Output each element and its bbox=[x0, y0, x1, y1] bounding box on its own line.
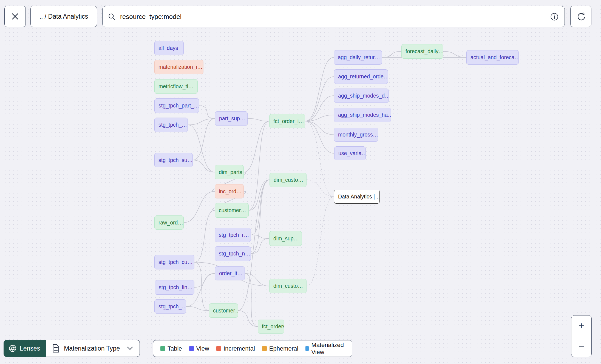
breadcrumb-label: .. / Data Analytics bbox=[39, 13, 88, 20]
edge-fct_order_i-agg_ship_modes_ha bbox=[305, 115, 334, 121]
node-dim_custo_b[interactable]: dim_custo… bbox=[269, 279, 307, 293]
close-icon bbox=[11, 12, 19, 21]
node-data_analytics[interactable]: Data Analytics | … bbox=[334, 190, 380, 204]
node-all_days[interactable]: all_days bbox=[154, 41, 184, 55]
edge-stg_tpch_su-dim_parts bbox=[193, 160, 215, 172]
lenses-button-label: Lenses bbox=[20, 345, 40, 352]
edge-part_sup-fct_order_i bbox=[248, 119, 269, 121]
edge-agg_daily_retur-forecast_daily bbox=[382, 52, 401, 58]
node-agg_daily_retur[interactable]: agg_daily_retur… bbox=[334, 50, 382, 65]
zoom-controls: + − bbox=[571, 315, 592, 357]
info-icon[interactable] bbox=[550, 13, 559, 21]
search-bar[interactable] bbox=[102, 6, 565, 27]
chevron-down-icon bbox=[127, 346, 133, 350]
node-stg_tpch_lin[interactable]: stg_tpch_lin… bbox=[155, 280, 194, 295]
node-materialization_i[interactable]: materialization_i… bbox=[154, 60, 203, 74]
refresh-button[interactable] bbox=[570, 6, 591, 27]
edge-stg_tpch_n-dim_custo_a bbox=[251, 180, 270, 254]
node-customer_b[interactable]: customer… bbox=[209, 303, 238, 318]
search-icon bbox=[108, 13, 116, 21]
edge-stg_tpch_cu-customer_b bbox=[194, 262, 209, 311]
edge-stg_tpch_b-customer_b bbox=[186, 306, 209, 311]
node-order_it[interactable]: order_it… bbox=[215, 266, 245, 280]
legend-item: Incremental bbox=[216, 345, 255, 352]
lens-selector[interactable]: Materialization Type bbox=[46, 340, 140, 357]
node-dim_sup[interactable]: dim_sup… bbox=[269, 231, 302, 246]
legend-swatch bbox=[160, 346, 165, 351]
node-stg_tpch_part[interactable]: stg_tpch_part_… bbox=[154, 98, 199, 113]
node-agg_ship_modes_d[interactable]: agg_ship_modes_d… bbox=[334, 89, 389, 103]
zoom-in-button[interactable]: + bbox=[571, 315, 591, 336]
node-inc_ord[interactable]: inc_ord… bbox=[215, 184, 244, 198]
node-raw_ord[interactable]: raw_ord… bbox=[154, 215, 184, 230]
aperture-icon bbox=[9, 345, 16, 352]
legend-swatch bbox=[216, 346, 221, 351]
document-icon bbox=[52, 344, 59, 353]
edge-order_it-dim_custo_b bbox=[245, 274, 269, 286]
node-dim_parts[interactable]: dim_parts bbox=[215, 165, 244, 179]
legend-item: Table bbox=[160, 345, 182, 352]
lens-selector-label: Materialization Type bbox=[64, 345, 120, 352]
node-part_sup[interactable]: part_sup… bbox=[215, 111, 248, 126]
edge-order_it-fct_orders bbox=[245, 274, 258, 327]
legend-item: Materialized View bbox=[305, 342, 345, 356]
node-forecast_daily[interactable]: forecast_daily… bbox=[401, 44, 443, 59]
edge-dim_parts-fct_order_i bbox=[244, 121, 269, 172]
materialization-legend: TableViewIncrementalEphemeralMaterialize… bbox=[153, 340, 352, 357]
edge-fct_order_i-agg_returned_orde bbox=[305, 77, 334, 121]
edge-stg_tpch_su-part_sup bbox=[193, 119, 215, 160]
node-fct_orders[interactable]: fct_orders bbox=[258, 320, 284, 334]
edge-fct_order_i-data_analytics bbox=[305, 121, 334, 197]
legend-label: View bbox=[196, 345, 209, 352]
node-stg_tpch_a[interactable]: stg_tpch_… bbox=[154, 118, 188, 132]
breadcrumb[interactable]: .. / Data Analytics bbox=[30, 6, 97, 27]
edge-stg_tpch_lin-order_it bbox=[194, 274, 215, 288]
close-button[interactable] bbox=[4, 6, 26, 27]
edge-customer_b-fct_orders bbox=[238, 311, 258, 327]
edge-stg_tpch_part-part_sup bbox=[199, 106, 215, 119]
edge-fct_order_i-agg_ship_modes_d bbox=[305, 96, 334, 121]
edge-forecast_daily-actual_and_foreca bbox=[443, 52, 466, 58]
node-customer_a[interactable]: customer… bbox=[215, 203, 249, 218]
node-stg_tpch_su[interactable]: stg_tpch_su… bbox=[154, 153, 193, 167]
node-stg_tpch_r[interactable]: stg_tpch_r… bbox=[215, 228, 251, 242]
edge-dim_custo_a-data_analytics bbox=[307, 180, 334, 197]
edge-customer_a-dim_custo_a bbox=[249, 180, 270, 211]
edge-stg_tpch_a-part_sup bbox=[188, 119, 215, 125]
node-stg_tpch_b[interactable]: stg_tpch_… bbox=[154, 299, 186, 314]
node-monthly_gross[interactable]: monthly_gross… bbox=[334, 128, 378, 142]
node-fct_order_i[interactable]: fct_order_i… bbox=[269, 114, 305, 128]
legend-label: Incremental bbox=[223, 345, 255, 352]
legend-label: Ephemeral bbox=[269, 345, 298, 352]
node-metricflow_ti[interactable]: metricflow_ti… bbox=[154, 79, 198, 94]
node-agg_returned_orde[interactable]: agg_returned_orde… bbox=[334, 69, 388, 84]
edge-stg_tpch_r-dim_custo_a bbox=[251, 180, 270, 235]
search-input[interactable] bbox=[120, 13, 550, 21]
edge-customer_b-dim_custo_a bbox=[238, 180, 270, 311]
legend-swatch bbox=[262, 346, 267, 351]
legend-swatch bbox=[305, 346, 309, 351]
zoom-out-button[interactable]: − bbox=[571, 336, 591, 357]
node-dim_custo_a[interactable]: dim_custo… bbox=[270, 173, 307, 187]
node-use_varia[interactable]: use_varia… bbox=[334, 146, 366, 160]
lenses-button[interactable]: Lenses bbox=[4, 340, 46, 357]
lineage-app: { "toolbar": { "breadcrumb": ".. / Data … bbox=[0, 0, 601, 364]
edge-customer_a-fct_order_i bbox=[249, 121, 269, 211]
edge-fct_order_i-monthly_gross bbox=[305, 121, 334, 135]
edge-dim_custo_b-data_analytics bbox=[307, 197, 334, 286]
edge-fct_order_i-agg_daily_retur bbox=[305, 58, 334, 121]
node-stg_tpch_n[interactable]: stg_tpch_n… bbox=[215, 246, 251, 261]
node-stg_tpch_cu[interactable]: stg_tpch_cu… bbox=[154, 255, 194, 269]
edge-stg_tpch_n-dim_sup bbox=[251, 238, 269, 254]
legend-label: Materialized View bbox=[311, 342, 345, 356]
node-agg_ship_modes_ha[interactable]: agg_ship_modes_ha… bbox=[334, 108, 391, 122]
edge-fct_order_i-use_varia bbox=[305, 121, 334, 153]
refresh-icon bbox=[576, 12, 586, 21]
lens-controls: Lenses Materialization Type bbox=[4, 340, 140, 357]
edge-stg_tpch_cu-customer_a bbox=[194, 211, 215, 262]
legend-swatch bbox=[189, 346, 194, 351]
legend-item: View bbox=[189, 345, 209, 352]
edge-stg_tpch_r-dim_sup bbox=[251, 235, 269, 238]
node-actual_and_foreca[interactable]: actual_and_foreca… bbox=[466, 50, 519, 65]
edge-raw_ord-inc_ord bbox=[184, 191, 215, 223]
